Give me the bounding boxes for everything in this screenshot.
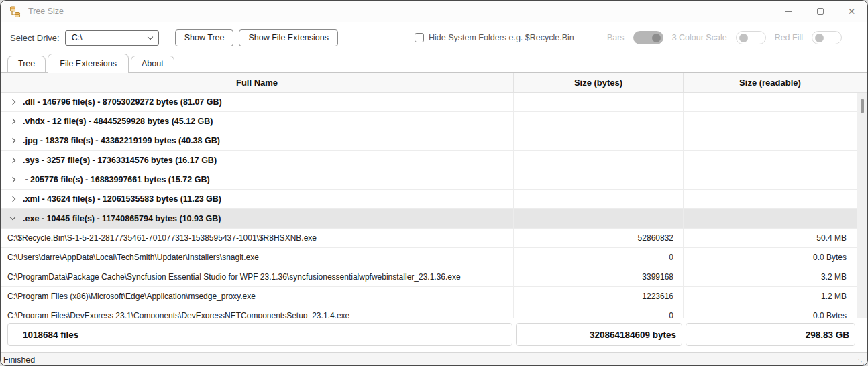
- toggle-knob-icon: [652, 34, 661, 42]
- close-icon: ✕: [848, 7, 856, 16]
- table-row[interactable]: C:\Users\darre\AppData\Local\TechSmith\U…: [1, 248, 867, 267]
- size-bytes-cell: 1223616: [513, 287, 683, 306]
- size-bytes-cell: 52860832: [513, 229, 683, 247]
- file-extensions-table: Full Name Size (bytes) Size (readable) .…: [1, 73, 867, 318]
- show-tree-button[interactable]: Show Tree: [175, 29, 234, 46]
- extension-group-label: .exe - 10445 file(s) - 11740865794 bytes…: [23, 214, 221, 223]
- summary-row: 1018684 files 320864184609 bytes 298.83 …: [1, 318, 867, 352]
- chevron-down-icon[interactable]: [10, 215, 15, 220]
- extension-group-label: .xml - 43624 file(s) - 12061535583 bytes…: [23, 194, 221, 204]
- table-row[interactable]: .dll - 146796 file(s) - 87053029272 byte…: [1, 93, 867, 112]
- file-path-label: C:\Users\darre\AppData\Local\TechSmith\U…: [1, 253, 259, 262]
- resize-grip-icon[interactable]: [857, 357, 866, 366]
- red-fill-toggle[interactable]: [812, 31, 842, 44]
- column-header-size-bytes[interactable]: Size (bytes): [513, 73, 683, 93]
- window-controls: ✕: [773, 1, 867, 22]
- window-title: Tree Size: [28, 7, 64, 16]
- table-row[interactable]: .jpg - 18378 file(s) - 43362219199 bytes…: [1, 131, 867, 151]
- size-readable-cell: 0.0 Bytes: [683, 248, 857, 267]
- status-text: Finished: [3, 355, 35, 365]
- size-readable-cell: [683, 209, 857, 228]
- tab-tree[interactable]: Tree: [7, 56, 46, 72]
- tree-size-window: Tree Size ✕ Select Drive: C:\ Show Tree …: [0, 0, 868, 366]
- file-path-label: C:\Program Files (x86)\Microsoft\Edge\Ap…: [1, 292, 256, 301]
- file-path-label: C:\Program Files\DevExpress 23.1\Compone…: [1, 311, 349, 318]
- bars-toggle[interactable]: [633, 31, 663, 44]
- hide-system-folders-label: Hide System Folders e.g. $Recycle.Bin: [429, 33, 574, 42]
- checkbox-icon: [415, 33, 424, 42]
- table-body: .dll - 146796 file(s) - 87053029272 byte…: [1, 93, 867, 318]
- bars-toggle-label: Bars: [607, 33, 625, 42]
- toggle-knob-icon: [815, 34, 824, 42]
- size-bytes-cell: [513, 151, 683, 170]
- maximize-icon: [817, 8, 824, 15]
- toolbar: Select Drive: C:\ Show Tree Show File Ex…: [1, 22, 867, 53]
- table-row[interactable]: - 205776 file(s) - 16883997661 bytes (15…: [1, 170, 867, 190]
- size-readable-cell: [683, 112, 857, 131]
- show-file-extensions-button[interactable]: Show File Extensions: [239, 29, 338, 46]
- size-readable-cell: 3.2 MB: [683, 267, 857, 286]
- chevron-right-icon[interactable]: [10, 196, 15, 202]
- tab-file-extensions[interactable]: File Extensions: [48, 54, 129, 73]
- table-row[interactable]: C:\ProgramData\Package Cache\Syncfusion …: [1, 267, 867, 287]
- size-readable-cell: 50.4 MB: [683, 229, 857, 247]
- scrollbar-thumb[interactable]: [861, 99, 864, 113]
- drive-select-value: C:\: [72, 33, 83, 42]
- drive-select[interactable]: C:\: [65, 30, 159, 46]
- file-path-label: C:\$Recycle.Bin\S-1-5-21-2817735461-7010…: [1, 233, 317, 243]
- tabbar: Tree File Extensions About: [1, 53, 867, 73]
- size-readable-cell: [683, 93, 857, 111]
- size-readable-cell: [683, 190, 857, 208]
- total-bytes-box: 320864184609 bytes: [516, 323, 682, 346]
- size-bytes-cell: 0: [513, 248, 683, 267]
- table-row[interactable]: C:\$Recycle.Bin\S-1-5-21-2817735461-7010…: [1, 229, 867, 248]
- chevron-right-icon[interactable]: [10, 99, 15, 105]
- chevron-right-icon[interactable]: [10, 119, 15, 124]
- size-bytes-cell: [513, 209, 683, 228]
- display-toggles: Bars 3 Colour Scale Red Fill: [607, 31, 858, 44]
- size-bytes-cell: 3399168: [513, 267, 683, 286]
- file-path-label: C:\ProgramData\Package Cache\Syncfusion …: [1, 272, 461, 282]
- size-bytes-cell: [513, 112, 683, 131]
- column-header-size-readable[interactable]: Size (readable): [683, 73, 857, 93]
- tree-size-app-icon: [9, 6, 21, 17]
- table-row[interactable]: .xml - 43624 file(s) - 12061535583 bytes…: [1, 190, 867, 209]
- table-row[interactable]: .vhdx - 12 file(s) - 48445259928 bytes (…: [1, 112, 867, 131]
- titlebar[interactable]: Tree Size ✕: [1, 1, 867, 22]
- table-row[interactable]: C:\Program Files (x86)\Microsoft\Edge\Ap…: [1, 287, 867, 306]
- size-bytes-cell: 0: [513, 306, 683, 318]
- table-row[interactable]: C:\Program Files\DevExpress 23.1\Compone…: [1, 306, 867, 318]
- hide-system-folders-checkbox[interactable]: Hide System Folders e.g. $Recycle.Bin: [415, 33, 574, 42]
- chevron-right-icon[interactable]: [10, 177, 15, 182]
- vertical-scrollbar[interactable]: [857, 93, 867, 318]
- size-readable-cell: [683, 170, 857, 189]
- close-button[interactable]: ✕: [836, 1, 867, 22]
- size-bytes-cell: [513, 93, 683, 111]
- size-readable-cell: [683, 131, 857, 150]
- extension-group-label: - 205776 file(s) - 16883997661 bytes (15…: [23, 175, 210, 184]
- colour-scale-toggle-label: 3 Colour Scale: [672, 33, 727, 42]
- header-gutter: [857, 73, 867, 93]
- table-row-selected[interactable]: .exe - 10445 file(s) - 11740865794 bytes…: [1, 209, 867, 229]
- select-drive-label: Select Drive:: [10, 33, 60, 43]
- total-readable-box: 298.83 GB: [686, 323, 855, 346]
- maximize-button[interactable]: [804, 1, 836, 22]
- size-bytes-cell: [513, 170, 683, 189]
- table-header: Full Name Size (bytes) Size (readable): [1, 73, 867, 93]
- extension-group-label: .sys - 3257 file(s) - 17363314576 bytes …: [23, 156, 217, 165]
- column-header-full-name[interactable]: Full Name: [1, 73, 513, 93]
- size-readable-cell: 0.0 Bytes: [683, 306, 857, 318]
- chevron-down-icon: [147, 34, 152, 39]
- minimize-button[interactable]: [773, 1, 804, 22]
- extension-group-label: .vhdx - 12 file(s) - 48445259928 bytes (…: [23, 117, 213, 126]
- chevron-right-icon[interactable]: [10, 138, 15, 143]
- chevron-right-icon[interactable]: [10, 158, 15, 163]
- table-row[interactable]: .sys - 3257 file(s) - 17363314576 bytes …: [1, 151, 867, 170]
- statusbar: Finished: [1, 352, 867, 366]
- colour-scale-toggle[interactable]: [736, 31, 766, 44]
- red-fill-toggle-label: Red Fill: [775, 33, 803, 42]
- size-bytes-cell: [513, 190, 683, 208]
- size-bytes-cell: [513, 131, 683, 150]
- extension-group-label: .jpg - 18378 file(s) - 43362219199 bytes…: [23, 136, 220, 145]
- tab-about[interactable]: About: [131, 56, 174, 72]
